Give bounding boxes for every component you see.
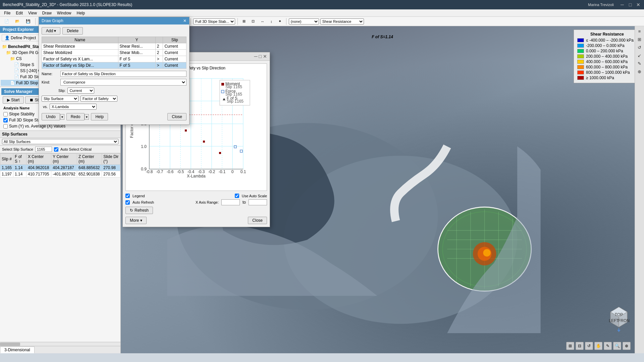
minimize-btn[interactable]: ─	[619, 2, 625, 8]
cell-slip-2: 1,197	[0, 171, 13, 177]
zoom-btn[interactable]: 🔍	[613, 342, 621, 350]
menu-draw[interactable]: Draw	[40, 10, 54, 16]
dg-redo-btn[interactable]: Redo	[66, 113, 85, 120]
menu-edit[interactable]: Edit	[13, 10, 25, 16]
rt-btn-3[interactable]: ↺	[636, 44, 643, 51]
menu-window[interactable]: Window	[54, 10, 74, 16]
dg-add-btn[interactable]: Add ▾	[42, 27, 60, 35]
slope-stability-check[interactable]	[3, 112, 8, 116]
dg-delete-btn[interactable]: Delete	[62, 27, 83, 35]
col-z-center[interactable]: Z Center (m)	[77, 154, 102, 165]
x-to-input[interactable]	[249, 199, 267, 205]
draw-btn[interactable]: ✎	[604, 342, 612, 350]
dg-close-btn[interactable]: Close	[167, 113, 186, 120]
refresh-btn[interactable]: ↻ Refresh	[125, 207, 153, 214]
sum-avg-check[interactable]	[3, 124, 8, 128]
view-btn-4[interactable]: ↕	[268, 18, 275, 24]
table-row[interactable]: 1,197 1.14 410.717705 -401.863792 652.90…	[0, 171, 120, 177]
more-btn[interactable]: More ▾	[125, 217, 147, 224]
dg-row[interactable]: Shear Mobilized Shear Mob... 2 Current	[42, 50, 186, 56]
window-controls[interactable]: ─ □ ✕	[619, 2, 641, 8]
dg-col-num[interactable]	[155, 37, 163, 43]
all-slip-surfaces-select[interactable]: All Slip Surfaces	[2, 139, 118, 144]
menubar: File Edit View Draw Window Help	[0, 9, 644, 17]
tab-3d[interactable]: 3-Dimensional	[0, 347, 35, 353]
start-btn[interactable]: ▶ Start	[3, 96, 24, 104]
col-slide-dir[interactable]: Slide Dir (°)	[102, 154, 120, 165]
auto-critical-check[interactable]	[54, 147, 58, 152]
h-scroll-thumb[interactable]	[0, 343, 20, 346]
col-y-center[interactable]: Y Center (m)	[51, 154, 77, 165]
col-slip-num[interactable]: Slip #	[0, 154, 13, 165]
dg-undo-arrow[interactable]: ▾	[60, 114, 64, 120]
pan-btn[interactable]: ✋	[594, 342, 602, 350]
close-graph-btn[interactable]: Close	[248, 217, 267, 224]
legend-label-6: 600.000 – 800.000 kPa	[586, 65, 628, 69]
dg-surface-row: Slip Surface Factor of Safety	[42, 96, 186, 102]
gd-min-btn[interactable]: ─	[254, 54, 258, 59]
new-btn[interactable]: 📄	[2, 18, 11, 24]
menu-file[interactable]: File	[1, 10, 13, 16]
dg-x-lambda-select[interactable]: X-Lambda	[50, 104, 97, 110]
dg-vs-row: vs. X-Lambda	[42, 104, 186, 110]
dg-col-slip[interactable]: Slip	[163, 37, 186, 43]
view-btn-1[interactable]: ⊞	[240, 18, 248, 24]
dg-name-input[interactable]	[60, 71, 186, 77]
dg-undo-btn[interactable]: Undo	[42, 113, 60, 120]
gd-max-btn[interactable]: □	[259, 54, 262, 59]
auto-critical-label: Auto Select Critical	[60, 147, 92, 151]
col-fos[interactable]: F of S ↑	[13, 154, 26, 165]
auto-refresh-checkbox[interactable]	[125, 200, 130, 205]
dg-cell-y-2: Shear Mob...	[118, 50, 155, 56]
dg-kind-select[interactable]: Convergence	[60, 79, 186, 86]
svg-text:-0.1: -0.1	[219, 169, 226, 174]
save-btn[interactable]: 💾	[23, 18, 33, 24]
dg-help-btn[interactable]: Help	[91, 113, 108, 120]
rt-btn-5[interactable]: ✎	[636, 60, 643, 67]
full-3d-check[interactable]	[3, 118, 8, 122]
rt-btn-4[interactable]: ↙	[636, 52, 643, 59]
dg-row[interactable]: Factor of Safety vs Slip Dir... F of S >…	[42, 62, 186, 69]
dg-surface-select[interactable]: Slip Surface	[42, 96, 78, 102]
shear-resistance-select[interactable]: Shear Resistance	[320, 18, 364, 24]
rt-btn-2[interactable]: ⊞	[636, 36, 643, 43]
dg-row[interactable]: Factor of Safety vs X Lam... F of S > Cu…	[42, 56, 186, 62]
slip-number-input[interactable]	[35, 147, 52, 152]
table-row[interactable]: 1,165 1.14 404.962018 404.287187 648.885…	[0, 165, 120, 171]
horizontal-scrollbar[interactable]	[0, 342, 120, 346]
reset-view-btn[interactable]: ⊞	[566, 342, 574, 350]
svg-text:Slip 1165: Slip 1165	[225, 85, 242, 89]
sep4	[191, 18, 191, 25]
col-x-center[interactable]: X Center (m)	[26, 154, 51, 165]
none-select[interactable]: (none)	[289, 18, 319, 24]
close-btn[interactable]: ✕	[635, 2, 641, 8]
dg-redo-arrow[interactable]: ▾	[85, 114, 89, 120]
nav-cube[interactable]: TOP LEFT FRON	[607, 305, 631, 333]
rt-btn-6[interactable]: ⊕	[636, 68, 643, 75]
dg-col-name[interactable]: Name	[42, 37, 118, 43]
rt-btn-1[interactable]: ≡	[636, 28, 643, 35]
dg-factor-select[interactable]: Factor of Safety	[80, 96, 117, 102]
dg-col-y[interactable]: Y	[118, 37, 155, 43]
grid-btn[interactable]: ⊟	[576, 342, 584, 350]
define-project-btn[interactable]: 👤 Define Project	[2, 35, 39, 41]
dg-slip-select[interactable]: Current	[67, 88, 94, 94]
legend-checkbox[interactable]	[125, 194, 130, 198]
open-btn[interactable]: 📂	[13, 18, 22, 24]
view-btn-5[interactable]: ✦	[276, 18, 284, 24]
rotate-btn[interactable]: ↺	[585, 342, 593, 350]
dg-close-x[interactable]: ✕	[183, 18, 186, 23]
view-btn-3[interactable]: ↔	[258, 18, 267, 24]
menu-view[interactable]: View	[25, 10, 40, 16]
slip-header-label: Slip Surfaces	[2, 132, 28, 137]
use-auto-scale-checkbox[interactable]	[235, 194, 239, 198]
maximize-btn[interactable]: □	[627, 2, 633, 8]
search-btn[interactable]: ⊕	[623, 342, 631, 350]
gd-close-btn[interactable]: ✕	[263, 54, 267, 59]
x-from-input[interactable]	[221, 199, 240, 205]
dg-row[interactable]: Shear Resistance Shear Resi... 2 Current	[42, 43, 186, 50]
x-axis-range-label: X Axis Range:	[196, 200, 219, 204]
view-btn-2[interactable]: ⊡	[249, 18, 257, 24]
analysis-select[interactable]: Full 3D Slope Stab...	[193, 18, 235, 24]
menu-help[interactable]: Help	[74, 10, 88, 16]
